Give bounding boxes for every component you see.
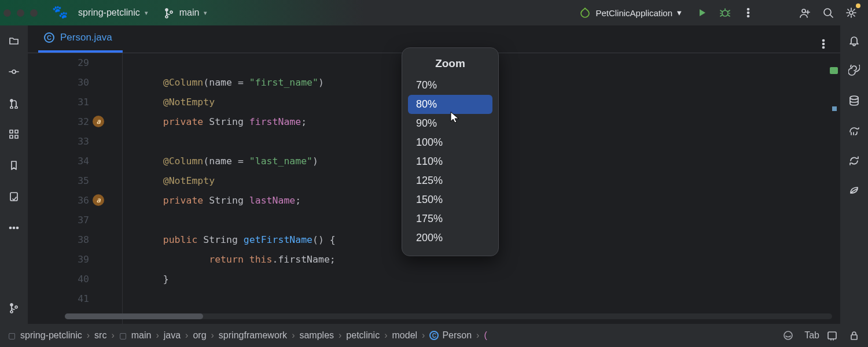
settings-button[interactable] (843, 4, 860, 21)
inspection-ok-icon (830, 67, 838, 74)
indent-label[interactable]: Tab (804, 330, 819, 341)
svg-point-3 (748, 16, 749, 17)
persistence-tool-button[interactable] (6, 189, 22, 205)
folder-icon: ▢ (8, 331, 16, 340)
structure-icon (8, 128, 20, 140)
more-tools-button[interactable] (6, 220, 22, 236)
breadcrumb-segment[interactable]: org (193, 330, 206, 341)
beans-button[interactable] (846, 183, 862, 199)
pull-request-icon (8, 97, 20, 109)
bell-icon (848, 35, 860, 46)
breadcrumb-separator: › (292, 330, 295, 341)
chevron-down-icon: ▾ (204, 9, 207, 17)
svg-point-6 (849, 11, 853, 14)
zoom-popup: Zoom 70%80%90%100%110%125%150%175%200% (402, 47, 499, 256)
branch-icon (163, 7, 175, 19)
code-line[interactable] (140, 289, 840, 309)
horizontal-scrollbar[interactable] (65, 313, 832, 319)
services-button[interactable] (846, 153, 862, 169)
chevron-down-icon: ▾ (145, 9, 148, 17)
svg-rect-22 (851, 335, 857, 339)
svg-point-19 (850, 96, 858, 99)
project-selector[interactable]: spring-petclinic ▾ (73, 5, 153, 20)
breadcrumb-segment[interactable]: samples (299, 330, 334, 341)
svg-rect-11 (15, 135, 18, 138)
breadcrumb-separator: › (111, 330, 114, 341)
author-badge[interactable]: a (93, 116, 104, 127)
ai-assistant-button[interactable] (846, 62, 862, 79)
more-actions-button[interactable] (740, 4, 757, 21)
line-number: 36a (28, 191, 89, 211)
breadcrumb-segment[interactable]: springframework (219, 330, 287, 341)
zoom-option[interactable]: 150% (408, 190, 492, 209)
svg-point-16 (823, 40, 825, 42)
traffic-min[interactable] (17, 9, 24, 17)
zoom-option[interactable]: 80% (408, 95, 492, 114)
svg-point-14 (13, 227, 15, 229)
author-badge[interactable]: a (93, 194, 104, 206)
gradle-button[interactable] (846, 123, 862, 139)
breadcrumb-class[interactable]: CPerson (429, 330, 472, 341)
zoom-option[interactable]: 110% (408, 152, 492, 171)
tab-more-button[interactable] (815, 35, 832, 53)
structure-tool-button[interactable] (6, 126, 22, 142)
add-user-icon (799, 7, 811, 19)
notifications-button[interactable] (846, 32, 862, 49)
zoom-title: Zoom (408, 57, 492, 70)
svg-point-5 (824, 9, 831, 16)
zoom-option[interactable]: 200% (408, 228, 492, 248)
breadcrumb-segment[interactable]: spring-petclinic (20, 330, 82, 341)
code-line[interactable]: } (140, 270, 840, 289)
bookmarks-tool-button[interactable] (6, 157, 22, 174)
breadcrumb-segment[interactable]: main (131, 330, 152, 341)
svg-rect-9 (15, 130, 18, 133)
run-button[interactable] (693, 4, 711, 21)
breadcrumb-segment[interactable]: model (392, 330, 418, 341)
bug-icon (719, 7, 731, 19)
line-sep-icon[interactable] (826, 330, 839, 341)
pull-requests-button[interactable] (6, 95, 22, 111)
breadcrumb-separator: › (211, 330, 214, 341)
commit-tool-button[interactable] (6, 64, 22, 80)
leaf-icon (848, 185, 860, 197)
search-button[interactable] (819, 4, 837, 21)
tab-person-java[interactable]: C Person.java (38, 25, 123, 53)
traffic-close[interactable] (3, 9, 11, 17)
project-tool-button[interactable] (6, 32, 22, 49)
run-config-selector[interactable]: PetClinicApplication ▾ (579, 7, 682, 19)
breadcrumb-segment[interactable]: java (164, 330, 181, 341)
line-number: 30 (28, 73, 89, 93)
svg-rect-10 (10, 135, 13, 138)
vcs-tool-button[interactable] (6, 300, 22, 316)
breadcrumb-separator: › (185, 330, 188, 341)
debug-button[interactable] (716, 4, 734, 21)
breadcrumb-separator: › (156, 330, 159, 341)
space-icon[interactable] (782, 330, 794, 341)
breadcrumb-separator: › (476, 330, 479, 341)
more-vertical-icon (742, 7, 754, 19)
zoom-option[interactable]: 90% (408, 114, 492, 133)
database-icon (848, 95, 860, 106)
marker-info[interactable] (832, 106, 837, 111)
window-controls[interactable] (3, 9, 38, 17)
line-number: 33 (28, 132, 89, 152)
collab-button[interactable] (796, 4, 814, 21)
left-toolbar (0, 25, 28, 324)
zoom-option[interactable]: 100% (408, 133, 492, 152)
database-button[interactable] (846, 93, 862, 109)
svg-point-7 (12, 70, 16, 73)
line-number: 35 (28, 171, 89, 191)
breadcrumb-segment[interactable]: petclinic (346, 330, 380, 341)
lock-icon[interactable] (848, 330, 860, 341)
zoom-option[interactable]: 125% (408, 171, 492, 190)
chevron-down-icon: ▾ (677, 8, 682, 18)
error-stripe[interactable] (830, 65, 840, 111)
breadcrumb-segment[interactable]: src (94, 330, 106, 341)
zoom-option[interactable]: 70% (408, 76, 492, 95)
svg-rect-21 (828, 332, 836, 339)
traffic-max[interactable] (30, 9, 38, 17)
zoom-option[interactable]: 175% (408, 209, 492, 228)
spiral-icon (848, 65, 860, 76)
branch-selector[interactable]: main ▾ (159, 5, 212, 21)
svg-rect-8 (10, 130, 13, 133)
